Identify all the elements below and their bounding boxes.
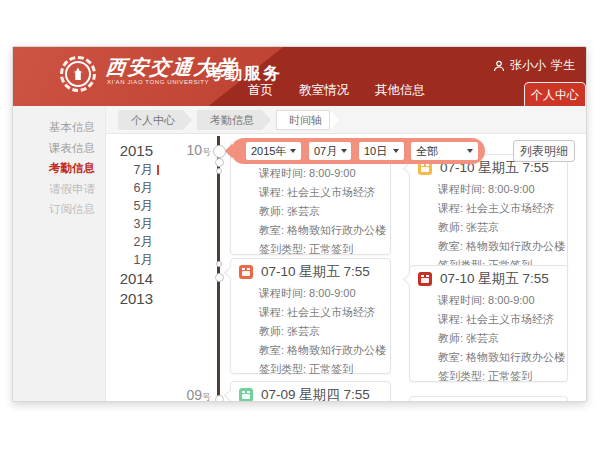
card-detail-line: 签到类型: 正常签到 (259, 240, 390, 259)
card-detail-line: 教室: 格物致知行政办公楼 (259, 221, 390, 240)
timeline-month-2月[interactable]: 2月 (71, 233, 153, 251)
sidebar-item-basic-info[interactable]: 基本信息 (13, 117, 105, 138)
status-icon (239, 265, 253, 279)
current-month-tick (157, 165, 159, 175)
timeline-axis (217, 136, 220, 402)
card-title: 07-10 星期五 7:55 (410, 266, 567, 288)
card-title: 07-09 星期四 7:55 (231, 382, 390, 402)
card-title: 07-10 星期五 7:55 (231, 259, 390, 281)
attendance-card: 07-09 星期四 7:55 (230, 381, 391, 402)
timeline-dot (216, 261, 222, 267)
card-detail-line: 教室: 格物致知行政办公楼 (259, 341, 390, 360)
card-detail-line: 教师: 张芸京 (438, 218, 567, 237)
card-details: 课程时间: 8:00-9:00课程: 社会主义市场经济教师: 张芸京教室: 格物… (410, 288, 567, 386)
tab-personal-center[interactable]: 个人中心 (524, 82, 586, 106)
card-detail-line: 教室: 格物致知行政办公楼 (438, 237, 567, 256)
timeline-dot (213, 145, 226, 158)
user-role: 学生 (551, 57, 575, 74)
timeline-month-6月[interactable]: 6月 (71, 179, 153, 197)
attendance-card (409, 396, 568, 402)
day-marker-09: 09号 (167, 387, 211, 402)
status-icon (418, 272, 432, 286)
card-detail-line: 签到类型: 正常签到 (438, 367, 567, 386)
card-detail-line: 课程: 社会主义市场经济 (438, 199, 567, 218)
nav-item-classroom-status[interactable]: 教室情况 (299, 82, 349, 99)
main-nav: 首页教室情况其他信息 (248, 82, 425, 99)
card-detail-line: 课程: 社会主义市场经济 (438, 310, 567, 329)
card-detail-line: 教师: 张芸京 (259, 322, 390, 341)
chevron-down-icon (290, 149, 296, 153)
breadcrumb-timeline[interactable]: 时间轴 (276, 110, 330, 130)
attendance-card: 07-10 星期五 7:55课程时间: 8:00-9:00课程: 社会主义市场经… (230, 258, 391, 374)
timeline-dot (215, 158, 224, 167)
card-detail-line: 课程时间: 8:00-9:00 (438, 291, 567, 310)
card-detail-line: 课程时间: 8:00-9:00 (438, 180, 567, 199)
card-detail-line: 课程: 社会主义市场经济 (259, 303, 390, 322)
timeline-dot (215, 395, 224, 403)
university-name-en: XI'AN JIAO TONG UNIVERSITY (107, 79, 209, 85)
chevron-down-icon (341, 149, 347, 153)
card-detail-line: 签到类型: 正常签到 (259, 360, 390, 379)
timeline-scale: 20157月6月5月3月2月1月20142013 (71, 141, 153, 309)
card-detail-line: 课程时间: 8:00-9:00 (259, 284, 390, 303)
user-name: 张小小 (510, 57, 546, 74)
breadcrumb-attendance-info[interactable]: 考勤信息 (197, 110, 262, 130)
timeline-month-5月[interactable]: 5月 (71, 197, 153, 215)
breadcrumb-personal-center[interactable]: 个人中心 (118, 110, 183, 130)
attendance-card: 07-10 星期五 7:55课程时间: 8:00-9:00课程: 社会主义市场经… (409, 154, 568, 274)
timeline-year-2015[interactable]: 2015 (71, 141, 153, 161)
day-marker-10: 10号 (167, 142, 211, 159)
timeline-month-7月[interactable]: 7月 (71, 161, 153, 179)
timeline-month-3月[interactable]: 3月 (71, 215, 153, 233)
chevron-down-icon (467, 149, 473, 153)
attendance-card: 07-10 星期五 7:55课程时间: 8:00-9:00课程: 社会主义市场经… (409, 265, 568, 382)
nav-item-home[interactable]: 首页 (248, 82, 273, 99)
list-detail-button[interactable]: 列表明细 (513, 140, 575, 162)
card-detail-line: 教室: 格物致知行政办公楼 (438, 348, 567, 367)
timeline-year-2013[interactable]: 2013 (71, 289, 153, 309)
breadcrumb: 个人中心考勤信息时间轴 (106, 106, 587, 134)
status-icon (239, 388, 253, 402)
card-details: 课程时间: 8:00-9:00课程: 社会主义市场经济教师: 张芸京教室: 格物… (410, 177, 567, 275)
app-window: 西安交通大学 XI'AN JIAO TONG UNIVERSITY 考勤服务 张… (12, 46, 587, 402)
date-filter-bar: 2015年07月10日全部 (231, 138, 485, 164)
type-select[interactable]: 全部 (411, 142, 478, 160)
month-select[interactable]: 07月 (309, 142, 351, 160)
card-detail-line: 教师: 张芸京 (438, 329, 567, 348)
day-select[interactable]: 10日 (359, 142, 404, 160)
chevron-down-icon (393, 149, 399, 153)
user-icon (493, 60, 505, 72)
user-info[interactable]: 张小小 学生 (493, 57, 575, 74)
university-seal-icon (60, 56, 96, 92)
app-header: 西安交通大学 XI'AN JIAO TONG UNIVERSITY 考勤服务 张… (13, 47, 587, 106)
timeline-year-2014[interactable]: 2014 (71, 269, 153, 289)
card-detail-line: 课程: 社会主义市场经济 (259, 183, 390, 202)
timeline-month-1月[interactable]: 1月 (71, 251, 153, 269)
timeline-dot (216, 168, 222, 174)
nav-item-other-info[interactable]: 其他信息 (375, 82, 425, 99)
year-select[interactable]: 2015年 (246, 142, 301, 160)
page-background: 西安交通大学 XI'AN JIAO TONG UNIVERSITY 考勤服务 张… (0, 0, 600, 450)
card-detail-line: 教师: 张芸京 (259, 202, 390, 221)
card-details: 课程时间: 8:00-9:00课程: 社会主义市场经济教师: 张芸京教室: 格物… (231, 281, 390, 379)
card-detail-line: 课程时间: 8:00-9:00 (259, 164, 390, 183)
timeline-dot (215, 273, 224, 282)
